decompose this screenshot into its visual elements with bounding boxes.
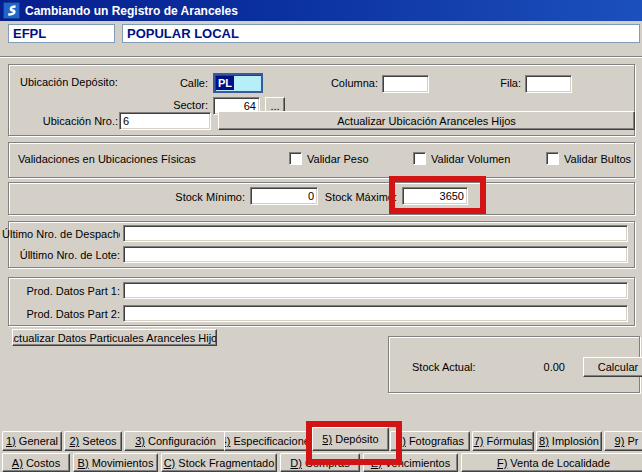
tab-stock-fragmentado[interactable]: C) Stock Fragmentado (161, 453, 277, 472)
tab-compras[interactable]: D) Compras (280, 453, 360, 472)
codigo-field[interactable]: EFPL (8, 24, 115, 43)
tab-venta-localidades[interactable]: F) Venta de Localidade (461, 453, 642, 472)
columna-label: Columna: (318, 77, 378, 89)
prod-part2-input[interactable] (123, 305, 628, 322)
fila-input[interactable] (525, 75, 572, 93)
tab-movimientos[interactable]: B) Movimientos (73, 453, 158, 472)
ubicacion-nro-label: Ubicación Nro.: (28, 115, 118, 127)
validar-bultos-checkbox[interactable] (546, 152, 559, 165)
prod-part1-label: Prod. Datos Part 1: (2, 285, 120, 297)
tab-costos[interactable]: A) Costos (2, 453, 70, 472)
stock-actual-label: Stock Actual: (412, 361, 476, 373)
tab-formulas[interactable]: 7) Fórmulas (472, 431, 534, 451)
title-bar[interactable]: Cambiando un Registro de Aranceles (0, 0, 642, 21)
ubicacion-nro-input[interactable] (119, 112, 211, 130)
calcular-button[interactable]: Calcular (583, 357, 642, 377)
ultimo-lote-label: Úlltimo Nro. de Lote: (2, 249, 120, 261)
stock-maximo-label: Stock Máximo: (318, 191, 397, 203)
tab-fotografias[interactable]: 6) Fotografias (390, 431, 470, 451)
stock-minimo-input[interactable] (250, 187, 318, 205)
stock-actual-value: 0.00 (505, 361, 565, 373)
prod-part1-input[interactable] (123, 282, 628, 299)
columna-input[interactable] (382, 75, 429, 93)
stock-maximo-input[interactable] (402, 187, 468, 205)
actualizar-ubicacion-button[interactable]: Actualizar Ubicación Aranceles Hijos (218, 111, 635, 130)
validar-bultos-label: Validar Bultos (564, 153, 631, 165)
window-title: Cambiando un Registro de Aranceles (25, 4, 238, 18)
tab-especificaciones[interactable]: 4) Especificaciones (224, 431, 312, 451)
ultimo-despacho-label: Último Nro. de Despacho: (2, 228, 120, 240)
validaciones-label: Validaciones en Ubicaciones Físicas (18, 153, 196, 165)
validar-volumen-label: Validar Volumen (431, 153, 510, 165)
tab-general[interactable]: 1) General (2, 431, 62, 451)
validar-volumen-checkbox[interactable] (413, 152, 426, 165)
tab-vencimientos[interactable]: E) Vencimientos (363, 453, 458, 472)
calle-label: Calle: (158, 77, 208, 89)
app-icon (3, 2, 20, 19)
prod-part2-label: Prod. Datos Part 2: (2, 308, 120, 320)
panel-divider (0, 56, 642, 58)
stock-minimo-label: Stock Mínimo: (163, 191, 245, 203)
tab-implosion[interactable]: 8) Implosión (536, 431, 602, 451)
ultimo-despacho-input[interactable] (123, 225, 628, 242)
ubicacion-deposito-label: Ubicación Depósito: (20, 76, 118, 88)
ultimo-lote-input[interactable] (123, 246, 628, 263)
tab-seteos[interactable]: 2) Seteos (64, 431, 122, 451)
actualizar-datos-button[interactable]: Actualizar Datos Particuales Aranceles H… (12, 329, 217, 346)
fila-label: Fila: (478, 77, 521, 89)
sector-label: Sector: (158, 99, 208, 111)
validar-peso-checkbox[interactable] (289, 152, 302, 165)
tab-precios[interactable]: 9) Pr (604, 431, 642, 451)
validar-peso-label: Validar Peso (307, 153, 369, 165)
tab-deposito[interactable]: 5) Depósito (312, 427, 389, 451)
app-window: Cambiando un Registro de Aranceles EFPL … (0, 0, 642, 472)
calle-selected-text: PL (216, 76, 234, 90)
calle-input[interactable]: PL (213, 73, 263, 93)
tab-configuracion[interactable]: 3) Configuración (124, 431, 227, 451)
descripcion-field: POPULAR LOCAL (122, 24, 640, 43)
